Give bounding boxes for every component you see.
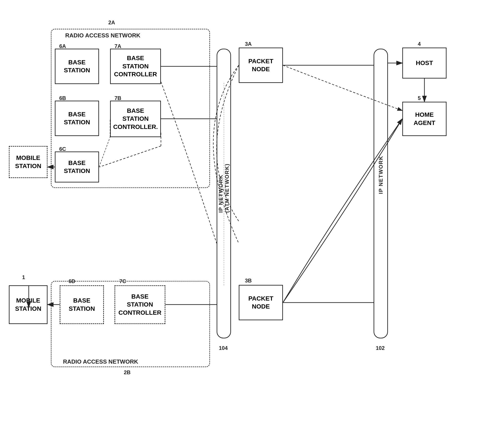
home-agent-5: HOMEAGENT (402, 102, 447, 136)
base-station-6c: BASESTATION (55, 151, 99, 183)
ref-6c: 6C (59, 146, 66, 152)
ref-7b: 7B (114, 95, 121, 101)
base-station-6d: BASESTATION (60, 285, 104, 324)
base-station-controller-7a: BASESTATIONCONTROLLER (110, 49, 161, 84)
packet-node-3a: PACKETNODE (239, 48, 283, 83)
ip-network-label: IP NETWORK(ATM NETWORK) (218, 164, 230, 213)
ref-104: 104 (219, 345, 228, 351)
ref-6a: 6A (59, 43, 66, 49)
mobile-station-top: MOBILESTATION (9, 146, 48, 178)
ref-7a: 7A (114, 43, 121, 49)
ref-6b: 6B (59, 95, 66, 101)
packet-node-3b: PACKETNODE (239, 285, 283, 320)
ref-1: 1 (22, 274, 25, 280)
ref-3b: 3B (245, 278, 252, 284)
base-station-controller-7b: BASESTATIONCONTROLLER. (110, 101, 161, 137)
ref-5: 5 (418, 95, 421, 101)
ref-102: 102 (376, 345, 385, 351)
base-station-controller-7c: BASESTATIONCONTROLLER (114, 285, 165, 324)
ref-3a: 3A (245, 41, 252, 47)
ip-network-right-label: IP NETWORK (378, 156, 384, 194)
ran-bottom-label: RADIO ACCESS NETWORK (63, 358, 138, 365)
ref-6d: 6D (69, 278, 75, 284)
host-4: HOST (402, 48, 447, 78)
base-station-6b: BASESTATION (55, 101, 99, 136)
base-station-6a: BASESTATION (55, 49, 99, 84)
ref-2a: 2A (108, 19, 115, 26)
ref-2b: 2B (124, 369, 131, 375)
ran-top-label: RADIO ACCESS NETWORK (65, 32, 140, 39)
mobile-station-1: MOBILESTATION (9, 285, 48, 324)
ref-7c: 7C (119, 278, 126, 284)
ref-4: 4 (418, 41, 421, 47)
